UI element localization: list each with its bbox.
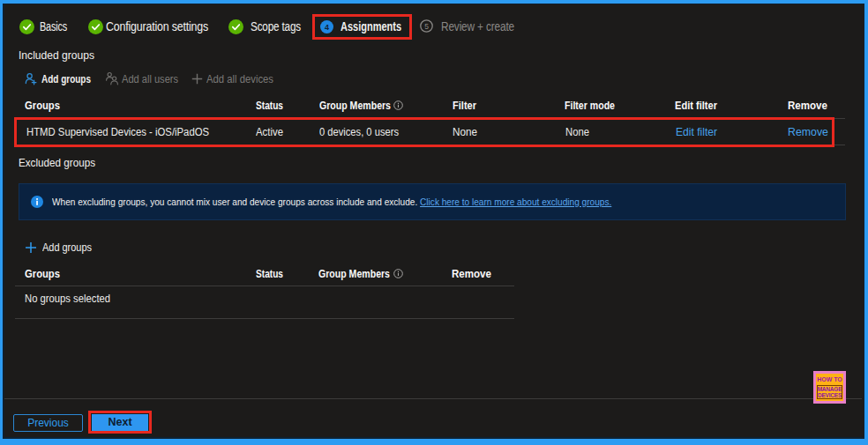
svg-text:4: 4 <box>325 23 329 32</box>
svg-text:5: 5 <box>424 22 429 31</box>
